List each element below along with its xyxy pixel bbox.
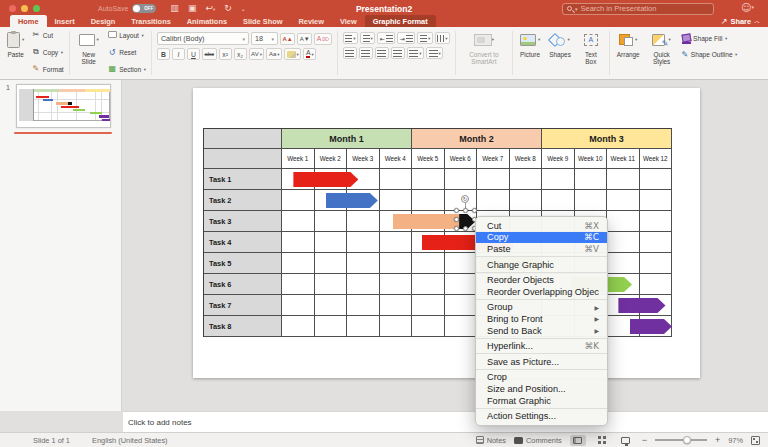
menu-item-reorder-overlapping-objects[interactable]: Reorder Overlapping Objects [476,286,607,298]
shape-fill-button[interactable]: Shape Fill▾ [682,34,738,43]
slide-sorter-view-button[interactable] [594,435,610,446]
menu-item-bring-to-front[interactable]: Bring to Front▶ [476,313,607,325]
menu-item-copy[interactable]: Copy⌘C [476,232,607,244]
zoom-window-icon[interactable] [33,5,40,12]
italic-button[interactable]: I [172,48,185,60]
close-window-icon[interactable] [9,5,16,12]
quick-styles-button[interactable]: ▾ Quick Styles [647,30,677,67]
menu-item-paste[interactable]: Paste⌘V [476,243,607,255]
normal-view-button[interactable] [570,435,586,446]
font-color-button[interactable]: A▾ [303,48,316,60]
grow-font-button[interactable]: A▲ [280,33,295,45]
customize-toolbar-icon[interactable]: ⌄ [241,6,246,12]
slide-thumbnail[interactable] [16,84,111,128]
search-scope-chevron-icon[interactable]: ▾ [575,6,578,12]
numbering-button[interactable]: ▾ [360,32,375,44]
font-name-select[interactable]: Calibri (Body)▾ [157,32,249,45]
bullets-button[interactable]: ▾ [343,32,358,44]
selection-handle[interactable] [463,208,468,213]
autosave-toggle[interactable]: AutoSave OFF [98,4,156,13]
menu-item-cut[interactable]: Cut⌘X [476,220,607,232]
menu-item-action-settings[interactable]: Action Settings... [476,410,607,422]
menu-item-size-and-position[interactable]: Size and Position... [476,383,607,395]
tab-graphic-format[interactable]: Graphic Format [365,15,436,27]
tab-insert[interactable]: Insert [47,15,83,27]
minimize-window-icon[interactable] [21,5,28,12]
align-left-button[interactable] [343,47,357,59]
shrink-font-button[interactable]: A▼ [297,33,312,45]
change-case-button[interactable]: Aa▾ [266,48,282,60]
menu-item-change-graphic[interactable]: Change Graphic [476,259,607,271]
zoom-slider-thumb[interactable] [683,436,691,444]
align-center-button[interactable] [359,47,373,59]
share-button[interactable]: ↗ Share ︿ [721,17,760,26]
line-spacing-button[interactable]: ▾ [417,32,432,44]
notes-toggle-button[interactable]: Notes [476,436,506,445]
selection-handle[interactable] [454,226,459,231]
toggle-sidebar-icon[interactable]: ▥ [170,4,179,13]
collapse-ribbon-icon[interactable]: ︿ [754,17,760,26]
selection-handle[interactable] [463,226,468,231]
bold-button[interactable]: B [157,48,170,60]
gantt-bar[interactable] [293,172,358,187]
shape-outline-button[interactable]: ✎Shape Outline▾ [682,50,738,59]
align-text-button[interactable]: ▾ [426,47,443,59]
language-indicator[interactable]: English (United States) [92,436,168,445]
text-box-button[interactable]: A Text Box [578,30,604,67]
picture-button[interactable]: ▾ Picture [518,30,542,59]
clear-formatting-button[interactable]: A⌦ [314,33,332,45]
layout-button[interactable]: Layout▾ [108,31,146,40]
increase-indent-button[interactable]: ⇥ [397,32,415,44]
tab-slide-show[interactable]: Slide Show [235,15,290,27]
paste-button[interactable]: ▾ Paste [5,30,26,59]
copy-button[interactable]: ⧉Copy▾ [31,48,63,56]
zoom-percentage[interactable]: 97% [728,436,743,445]
zoom-out-button[interactable]: − [642,435,647,445]
shapes-button[interactable]: ▾ Shapes [547,30,573,59]
tab-home[interactable]: Home [10,15,47,27]
feedback-smiley-icon[interactable]: ☺▾ [741,2,754,13]
align-right-button[interactable] [375,47,389,59]
menu-item-group[interactable]: Group▶ [476,302,607,314]
gantt-bar[interactable] [326,193,378,208]
gantt-bar[interactable] [393,214,460,229]
tab-view[interactable]: View [332,15,365,27]
comments-toggle-button[interactable]: Comments [514,436,562,445]
search-input[interactable] [581,4,701,13]
slide[interactable]: Month 1Month 2Month 3Week 1Week 2Week 3W… [193,88,700,378]
menu-item-reorder-objects[interactable]: Reorder Objects [476,274,607,286]
font-size-select[interactable]: 18▾ [251,32,278,45]
search-box[interactable]: ▾ [562,3,714,15]
text-direction-button[interactable]: ▾ [407,47,424,59]
selection-handle[interactable] [472,208,477,213]
zoom-slider[interactable] [655,439,707,441]
fit-slide-to-window-icon[interactable] [751,436,760,445]
selection-handle[interactable] [454,208,459,213]
zoom-in-button[interactable]: + [715,435,720,445]
highlight-color-button[interactable]: ▾ [284,48,301,60]
character-spacing-button[interactable]: AV▾ [249,48,265,60]
justify-button[interactable] [391,47,405,59]
tab-transitions[interactable]: Transitions [123,15,178,27]
rotation-handle-icon[interactable]: ↻ [461,195,469,203]
format-painter-button[interactable]: ✎Format [31,65,63,73]
section-button[interactable]: ▦Section▾ [108,65,146,73]
columns-button[interactable]: ▾ [435,32,450,44]
tab-animations[interactable]: Animations [179,15,235,27]
tab-design[interactable]: Design [83,15,124,27]
redo-icon[interactable]: ↻ [224,4,232,13]
subscript-button[interactable]: x₂ [234,48,247,60]
reset-button[interactable]: ↺Reset [108,49,146,57]
convert-to-smartart-button[interactable]: ▾ Convert to SmartArt [461,30,507,67]
menu-item-hyperlink[interactable]: Hyperlink...⌘K [476,340,607,352]
undo-icon[interactable]: ↩▾ [205,4,215,13]
underline-button[interactable]: U [187,48,200,60]
menu-item-save-as-picture[interactable]: Save as Picture... [476,356,607,368]
slideshow-view-button[interactable] [618,435,634,446]
menu-item-format-graphic[interactable]: Format Graphic [476,395,607,407]
save-icon[interactable]: ▣ [188,4,197,13]
cut-button[interactable]: ✂Cut [31,31,63,39]
autosave-switch[interactable]: OFF [132,4,156,13]
menu-item-send-to-back[interactable]: Send to Back▶ [476,325,607,337]
gantt-bar[interactable] [618,298,665,313]
